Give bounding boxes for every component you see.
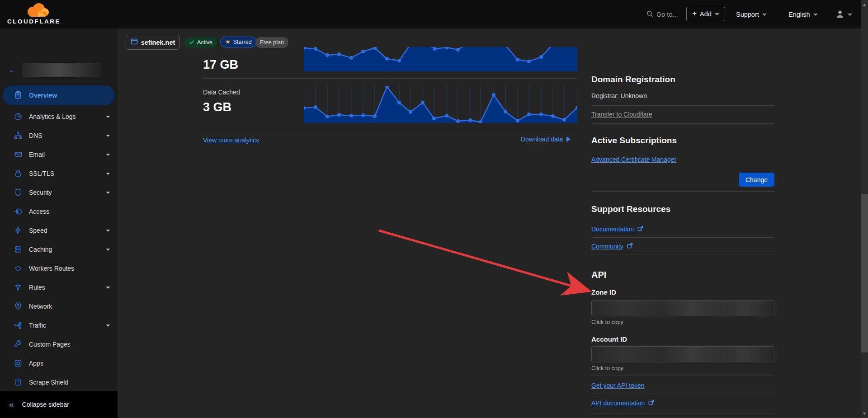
sidebar-item-apps[interactable]: Apps (0, 354, 118, 373)
divider (591, 191, 774, 192)
community-link[interactable]: Community (591, 242, 633, 250)
workers-icon (14, 264, 23, 273)
collapse-chevrons-icon: « (9, 399, 14, 409)
change-button[interactable]: Change (739, 173, 774, 187)
view-more-analytics-link[interactable]: View more analytics (203, 136, 259, 144)
divider (591, 237, 774, 238)
language-menu[interactable]: English (788, 7, 818, 22)
sidebar-item-dns[interactable]: DNS (0, 126, 118, 145)
network-icon (14, 302, 23, 311)
security-icon (14, 188, 23, 197)
check-icon (189, 39, 194, 46)
advanced-certificate-manager-link[interactable]: Advanced Certificate Manager (591, 156, 676, 163)
star-icon: ★ (225, 38, 231, 45)
divider (591, 376, 774, 376)
sidebar-item-speed[interactable]: Speed (0, 221, 118, 240)
active-subscriptions-heading: Active Subscriptions (591, 136, 677, 146)
divider (591, 254, 774, 254)
sidebar-item-label: Email (29, 151, 45, 158)
chevron-down-icon (715, 13, 719, 15)
sidebar-item-label: Network (29, 303, 52, 310)
sidebar-item-label: Custom Pages (29, 341, 71, 348)
collapse-sidebar-button[interactable]: « Collapse sidebar (0, 391, 118, 418)
account-id-value-redacted[interactable] (591, 346, 774, 362)
sidebar-item-security[interactable]: Security (0, 183, 118, 202)
analytics-icon (14, 112, 23, 121)
divider (591, 105, 774, 106)
scrollbar-thumb[interactable] (861, 194, 868, 352)
chevron-down-icon (106, 249, 110, 251)
cloudflare-logo[interactable]: CLOUDFLARE (6, 2, 60, 27)
sidebar-item-rules[interactable]: Rules (0, 278, 118, 297)
divider (591, 168, 774, 168)
email-icon (14, 150, 23, 159)
plan-badge: Free plan (255, 37, 288, 48)
sidebar-item-label: Rules (29, 284, 45, 291)
user-avatar-icon (835, 9, 844, 20)
speed-icon (14, 226, 23, 235)
chevron-down-icon (106, 116, 110, 118)
sidebar-item-analytics-logs[interactable]: Analytics & Logs (0, 107, 118, 126)
sidebar-item-label: Security (29, 189, 52, 196)
support-menu[interactable]: Support (736, 7, 767, 22)
scrollbar-down-arrow[interactable]: ▼ (862, 411, 867, 416)
divider (203, 129, 577, 129)
sidebar-item-label: Speed (29, 227, 47, 234)
sidebar-item-label: Apps (29, 360, 43, 367)
starred-badge[interactable]: ★ Starred (220, 37, 257, 47)
user-menu[interactable] (835, 7, 852, 22)
chevron-down-icon (813, 14, 818, 16)
get-api-token-link[interactable]: Get your API token (591, 382, 645, 389)
language-label: English (788, 11, 810, 18)
sidebar-item-email[interactable]: Email (0, 145, 118, 164)
account-id-click-to-copy: Click to copy (591, 365, 623, 371)
cloudflare-dashboard: CLOUDFLARE Go to... + Add Support Englis… (0, 0, 868, 418)
back-arrow-icon[interactable]: ← (8, 66, 19, 74)
custom-pages-icon (14, 340, 23, 349)
sidebar-item-label: Caching (29, 246, 52, 253)
sidebar-item-workers-routes[interactable]: Workers Routes (0, 259, 118, 278)
scrape-shield-icon (14, 378, 23, 387)
status-badge-active: Active (184, 37, 217, 48)
api-documentation-link[interactable]: API documentation (591, 399, 654, 407)
zone-id-value-redacted[interactable] (591, 300, 774, 316)
sidebar-item-access[interactable]: Access (0, 202, 118, 221)
sidebar-item-label: Scrape Shield (29, 379, 68, 386)
sidebar-item-caching[interactable]: Caching (0, 240, 118, 259)
chevron-down-icon (762, 14, 767, 16)
sidebar-item-traffic[interactable]: Traffic (0, 316, 118, 335)
domain-chip[interactable]: sefinek.net (126, 35, 180, 50)
sidebar-item-scrape-shield[interactable]: Scrape Shield (0, 373, 118, 391)
external-link-icon (627, 242, 633, 250)
sidebar-item-label: SSL/TLS (29, 170, 54, 177)
metric-value-data-cached: 3 GB (203, 100, 231, 114)
download-data-link[interactable]: Download data (521, 136, 571, 143)
sidebar-item-network[interactable]: Network (0, 297, 118, 316)
sidebar-item-ssl-tls[interactable]: SSL/TLS (0, 164, 118, 183)
external-link-icon (648, 399, 654, 407)
collapse-sidebar-label: Collapse sidebar (22, 401, 69, 408)
sidebar-item-custom-pages[interactable]: Custom Pages (0, 335, 118, 354)
go-to-search[interactable]: Go to... (646, 7, 678, 22)
chevron-down-icon (106, 173, 110, 175)
rules-icon (14, 283, 23, 292)
dns-icon (14, 131, 23, 140)
search-icon (646, 10, 653, 19)
account-name-redacted[interactable] (22, 63, 102, 77)
documentation-link[interactable]: Documentation (591, 225, 643, 233)
divider (591, 394, 774, 394)
add-button[interactable]: + Add (686, 7, 725, 21)
divider (591, 413, 774, 413)
external-link-icon (637, 225, 643, 233)
caching-icon (14, 245, 23, 254)
traffic-icon (14, 321, 23, 330)
sidebar-item-overview[interactable]: Overview (3, 85, 115, 105)
browser-window-icon (131, 38, 138, 47)
apps-icon (14, 359, 23, 368)
transfer-to-cloudflare-link[interactable]: Transfer to Cloudflare (591, 111, 652, 118)
api-heading: API (591, 270, 606, 280)
scrollbar-up-arrow[interactable]: ▲ (862, 2, 867, 7)
sidebar-item-label: Traffic (29, 322, 46, 329)
play-arrow-icon (566, 136, 571, 142)
sidebar-item-label: Access (29, 208, 49, 215)
